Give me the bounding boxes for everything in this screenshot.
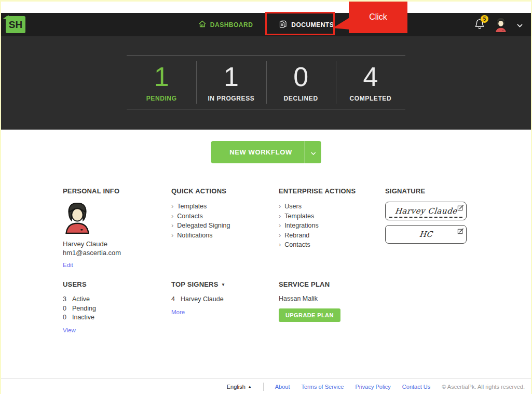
view-users-link[interactable]: View <box>63 327 76 333</box>
quick-actions-list: ›Templates ›Contacts ›Delegated Signing … <box>171 202 279 240</box>
enterprise-action-contacts[interactable]: ›Contacts <box>279 240 385 250</box>
chevron-right-icon: › <box>171 202 173 211</box>
chevron-right-icon: › <box>279 212 281 221</box>
service-plan-title: SERVICE PLAN <box>279 280 385 288</box>
quick-action-label: Templates <box>177 202 207 212</box>
footer-link-terms[interactable]: Terms of Service <box>301 384 344 390</box>
users-active-count: 3 <box>63 295 66 304</box>
dashboard-content: PERSONAL INFO Harvey Claude hm1@ascertia… <box>63 187 468 334</box>
nav-tab-dashboard[interactable]: DASHBOARD <box>196 20 255 29</box>
nav-right-cluster: 5 <box>474 17 523 33</box>
quick-action-contacts[interactable]: ›Contacts <box>171 212 279 221</box>
user-full-name: Harvey Claude <box>63 240 171 248</box>
users-pending-count: 0 <box>63 304 66 314</box>
chevron-right-icon: › <box>279 231 281 240</box>
enterprise-actions-title: ENTERPRISE ACTIONS <box>279 187 385 195</box>
quick-action-label: Contacts <box>177 212 202 221</box>
stat-in-progress-value: 1 <box>224 63 239 90</box>
footer-link-about[interactable]: About <box>275 384 290 390</box>
stat-completed[interactable]: 4 COMPLETED <box>336 56 405 109</box>
users-inactive-label: Inactive <box>72 313 94 322</box>
profile-photo <box>63 227 92 235</box>
stat-pending[interactable]: 1 PENDING <box>127 56 196 109</box>
stat-completed-value: 4 <box>363 63 378 90</box>
chevron-right-icon: › <box>279 240 281 249</box>
top-nav-bar: SH DASHBOARD DOCUMENTS 5 <box>1 13 531 36</box>
new-workflow-button-group: NEW WORKFLOW <box>211 141 321 163</box>
new-workflow-dropdown-button[interactable] <box>305 141 321 163</box>
app-logo[interactable]: SH <box>6 16 25 33</box>
signature-preview: Harvey Claude <box>385 202 467 220</box>
new-workflow-button[interactable]: NEW WORKFLOW <box>211 141 305 163</box>
enterprise-action-label: Templates <box>284 212 314 221</box>
stat-completed-label: COMPLETED <box>350 95 392 102</box>
users-pending-label: Pending <box>72 304 96 314</box>
edit-initials-icon[interactable] <box>457 227 464 236</box>
enterprise-actions-list: ›Users ›Templates ›Integrations ›Rebrand… <box>279 202 385 250</box>
signature-title: SIGNATURE <box>385 187 468 195</box>
nav-divider <box>265 19 266 31</box>
chevron-down-icon <box>310 148 316 157</box>
service-plan-owner: Hassan Malik <box>279 295 385 302</box>
profile-menu-chevron-icon[interactable] <box>517 20 523 30</box>
top-signers-dropdown[interactable]: TOP SIGNERS ▾ <box>171 280 279 288</box>
top-signer-name: Harvey Claude <box>181 295 224 304</box>
quick-action-delegated-signing[interactable]: ›Delegated Signing <box>171 221 279 231</box>
notifications-bell-button[interactable]: 5 <box>474 18 485 32</box>
language-selector[interactable]: English ▲ <box>227 384 252 390</box>
stat-in-progress[interactable]: 1 IN PROGRESS <box>196 56 266 109</box>
document-stats: 1 PENDING 1 IN PROGRESS 0 DECLINED 4 COM… <box>127 55 405 109</box>
enterprise-action-label: Users <box>284 202 302 212</box>
quick-actions-title: QUICK ACTIONS <box>171 187 279 195</box>
stat-declined-label: DECLINED <box>284 95 318 102</box>
chevron-right-icon: › <box>171 212 173 221</box>
nav-tab-dashboard-label: DASHBOARD <box>210 21 253 29</box>
page-footer: English ▲ About Terms of Service Privacy… <box>1 378 531 394</box>
caret-down-icon: ▾ <box>222 282 225 287</box>
nav-tab-documents[interactable]: DOCUMENTS <box>276 20 336 30</box>
edit-profile-link[interactable]: Edit <box>63 262 73 268</box>
more-signers-link[interactable]: More <box>171 309 185 315</box>
users-inactive-count: 0 <box>63 313 66 322</box>
edit-signature-icon[interactable] <box>457 204 464 213</box>
enterprise-action-rebrand[interactable]: ›Rebrand <box>279 231 385 241</box>
enterprise-action-users[interactable]: ›Users <box>279 202 385 212</box>
user-avatar[interactable] <box>494 17 508 33</box>
quick-action-label: Delegated Signing <box>177 221 230 231</box>
top-signer-count: 4 <box>171 295 175 304</box>
enterprise-action-integrations[interactable]: ›Integrations <box>279 221 385 231</box>
home-icon <box>198 20 206 29</box>
stat-declined[interactable]: 0 DECLINED <box>266 56 336 109</box>
chevron-right-icon: › <box>171 231 173 240</box>
initials-text: HC <box>419 230 433 239</box>
click-annotation-pointer <box>332 17 350 31</box>
initials-preview: HC <box>385 225 467 244</box>
enterprise-action-label: Integrations <box>284 221 318 231</box>
top-signers-title: TOP SIGNERS <box>171 280 219 288</box>
users-pending-row: 0 Pending <box>63 304 171 314</box>
section-personal-info: PERSONAL INFO Harvey Claude hm1@ascertia… <box>63 187 171 280</box>
top-signer-row: 4 Harvey Claude <box>171 295 279 304</box>
quick-action-notifications[interactable]: ›Notifications <box>171 231 279 241</box>
app-logo-text: SH <box>9 19 22 31</box>
section-signature: SIGNATURE Harvey Claude HC <box>385 187 468 280</box>
documents-icon <box>278 20 287 30</box>
caret-up-icon: ▲ <box>248 385 252 388</box>
enterprise-action-templates[interactable]: ›Templates <box>279 212 385 221</box>
section-service-plan: SERVICE PLAN Hassan Malik UPGRADE PLAN <box>279 280 385 334</box>
signinghub-dashboard-page: SH DASHBOARD DOCUMENTS 5 <box>0 0 532 394</box>
quick-action-templates[interactable]: ›Templates <box>171 202 279 212</box>
footer-link-contact[interactable]: Contact Us <box>402 384 430 390</box>
chevron-right-icon: › <box>279 221 281 230</box>
personal-info-title: PERSONAL INFO <box>63 187 171 195</box>
stat-declined-value: 0 <box>293 63 308 90</box>
nav-tab-documents-label: DOCUMENTS <box>291 21 334 29</box>
signature-line <box>389 217 462 218</box>
users-title: USERS <box>63 280 171 288</box>
stat-pending-label: PENDING <box>146 95 177 102</box>
user-email: hm1@ascertia.com <box>63 248 171 257</box>
notification-count-badge: 5 <box>481 15 488 23</box>
upgrade-plan-button[interactable]: UPGRADE PLAN <box>279 308 340 322</box>
bell-icon <box>474 22 485 31</box>
footer-link-privacy[interactable]: Privacy Policy <box>355 384 390 390</box>
